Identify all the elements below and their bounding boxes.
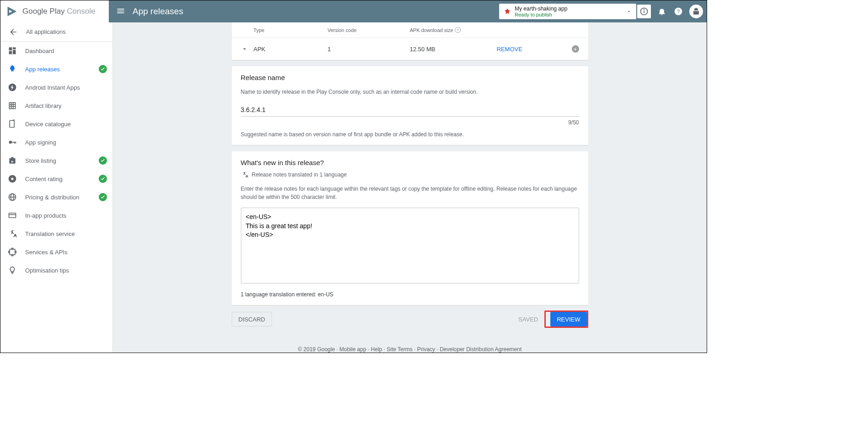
- whats-new-desc: Enter the release notes for each languag…: [241, 185, 579, 201]
- svg-rect-16: [9, 158, 15, 164]
- sidebar-item-content-rating[interactable]: Content rating: [0, 170, 112, 188]
- sidebar-item-label: Services & APIs: [25, 249, 67, 256]
- sidebar-item-label: Android Instant Apps: [25, 84, 80, 91]
- help-icon: ?: [674, 7, 683, 16]
- copyright: © 2019 Google: [298, 346, 335, 353]
- translated-row: Release notes translated in 1 language: [241, 171, 579, 178]
- all-applications-link[interactable]: All applications: [0, 22, 112, 42]
- sidebar-item-label: Dashboard: [25, 48, 54, 54]
- menu-icon[interactable]: [116, 6, 125, 17]
- sidebar-item-translation-service[interactable]: Translation service: [0, 225, 112, 243]
- release-name-card: Release name Name to identify release in…: [232, 66, 588, 145]
- sidebar-item-label: Optimisation tips: [25, 267, 69, 274]
- svg-rect-24: [10, 249, 15, 255]
- services-icon: [8, 247, 17, 257]
- svg-rect-22: [9, 213, 16, 218]
- dropdown-icon: [626, 9, 632, 14]
- check-icon: [99, 65, 107, 73]
- back-label: All applications: [26, 28, 66, 35]
- whats-new-card: What's new in this release? Release note…: [232, 151, 588, 305]
- sidebar-item-pricing-distribution[interactable]: Pricing & distribution: [0, 188, 112, 206]
- footer-link-site-terms[interactable]: Site Terms: [387, 346, 412, 353]
- footer-link-privacy[interactable]: Privacy: [417, 346, 435, 353]
- chevron-down-icon: [241, 45, 248, 53]
- store-icon: [8, 156, 17, 165]
- sidebar-item-label: Pricing & distribution: [25, 194, 80, 201]
- apk-card: Type Version code APK download size? APK…: [232, 22, 588, 60]
- sidebar-item-store-listing[interactable]: Store listing: [0, 151, 112, 170]
- sidebar-item-device-catalogue[interactable]: Device catalogue: [0, 115, 112, 133]
- help-icon[interactable]: ?: [455, 27, 461, 33]
- svg-rect-26: [15, 251, 16, 252]
- bolt-icon: [8, 83, 17, 92]
- sidebar-item-android-instant-apps[interactable]: Android Instant Apps: [0, 78, 112, 96]
- apk-version-code: 1: [328, 46, 410, 53]
- help-button[interactable]: ?: [670, 3, 687, 20]
- sidebar-item-dashboard[interactable]: Dashboard: [0, 42, 112, 60]
- col-size-header: APK download size?: [410, 27, 497, 33]
- logo-area[interactable]: Google Play Console: [0, 0, 109, 22]
- app-icon: [504, 8, 511, 15]
- sidebar-item-app-releases[interactable]: App releases: [0, 60, 112, 78]
- release-notes-textarea[interactable]: [241, 208, 579, 284]
- svg-rect-27: [11, 248, 13, 250]
- apk-size: 12.50 MB: [410, 46, 497, 53]
- review-highlight: REVIEW: [544, 311, 588, 328]
- remove-button[interactable]: REMOVE: [497, 46, 522, 53]
- sidebar: All applications DashboardApp releasesAn…: [0, 22, 113, 353]
- logo-text: Google Play Console: [22, 7, 96, 16]
- sidebar-item-label: App releases: [25, 66, 60, 73]
- footer-link-developer-distribution-agreement[interactable]: Developer Distribution Agreement: [440, 346, 522, 353]
- rocket-icon: [8, 64, 17, 74]
- svg-rect-28: [11, 255, 13, 256]
- translate-icon: [8, 229, 17, 238]
- sidebar-item-app-signing[interactable]: App signing: [0, 133, 112, 151]
- info-button[interactable]: [637, 5, 651, 18]
- library-icon: [8, 101, 17, 110]
- check-icon: [99, 193, 107, 201]
- bulb-icon: [8, 266, 17, 275]
- sidebar-item-in-app-products[interactable]: In-app products: [0, 206, 112, 225]
- col-vc-header: Version code: [328, 27, 410, 33]
- svg-point-2: [644, 9, 644, 10]
- review-button[interactable]: REVIEW: [550, 312, 586, 327]
- svg-point-12: [9, 141, 12, 144]
- header: Google Play Console App releases My eart…: [0, 0, 707, 22]
- add-icon[interactable]: +: [572, 45, 579, 53]
- translated-label: Release notes translated in 1 language: [252, 171, 347, 178]
- discard-button[interactable]: DISCARD: [232, 312, 272, 327]
- footer-link-help[interactable]: Help: [371, 346, 382, 353]
- sidebar-item-optimisation-tips[interactable]: Optimisation tips: [0, 261, 112, 279]
- svg-rect-25: [9, 251, 10, 252]
- sidebar-item-label: Store listing: [25, 157, 56, 164]
- main-content: Type Version code APK download size? APK…: [113, 22, 707, 353]
- dashboard-icon: [8, 46, 17, 55]
- translate-icon: [241, 171, 248, 178]
- release-name-counter: 9/50: [241, 119, 579, 126]
- sidebar-item-artifact-library[interactable]: Artifact library: [0, 96, 112, 115]
- sidebar-item-label: Device catalogue: [25, 121, 71, 128]
- notifications-button[interactable]: [654, 3, 670, 20]
- sidebar-item-services-apis[interactable]: Services & APIs: [0, 243, 112, 261]
- app-selector[interactable]: My earth-shaking app Ready to publish: [499, 4, 636, 19]
- sidebar-item-label: Artifact library: [25, 102, 61, 109]
- play-console-logo-icon: [6, 5, 19, 18]
- svg-rect-13: [11, 142, 16, 143]
- translation-summary: 1 language translation entered: en-US: [241, 291, 579, 298]
- svg-rect-17: [11, 157, 14, 159]
- sidebar-item-label: Translation service: [25, 230, 75, 237]
- globe-icon: [8, 193, 17, 202]
- back-arrow-icon: [9, 27, 18, 37]
- sidebar-item-label: Content rating: [25, 176, 63, 182]
- footer-link-mobile-app[interactable]: Mobile app: [340, 346, 367, 353]
- action-row: DISCARD SAVED REVIEW: [232, 311, 588, 328]
- page-title: App releases: [133, 6, 183, 16]
- whats-new-title: What's new in this release?: [241, 159, 579, 166]
- svg-rect-14: [14, 142, 15, 144]
- info-icon: [639, 7, 649, 16]
- account-avatar[interactable]: [689, 5, 703, 18]
- svg-text:?: ?: [677, 8, 680, 14]
- release-name-input[interactable]: [241, 103, 579, 117]
- apk-row[interactable]: APK 1 12.50 MB REMOVE +: [232, 38, 588, 60]
- rating-icon: [8, 174, 17, 183]
